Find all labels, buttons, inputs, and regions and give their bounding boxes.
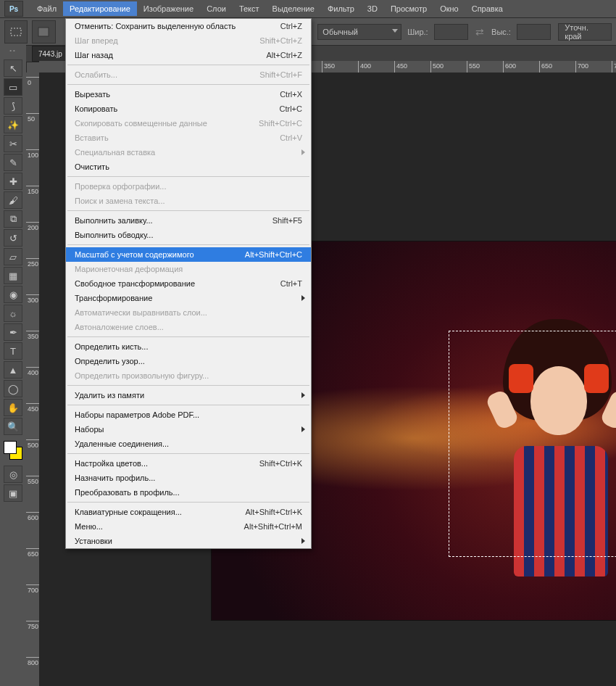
menu-3d[interactable]: 3D [361, 1, 384, 16]
tool-type[interactable]: T [4, 342, 22, 360]
menu-separator [67, 405, 309, 405]
menu-item: Ослабить...Shift+Ctrl+F [66, 67, 311, 82]
ruler-tick: 650 [539, 61, 540, 73]
tool-path-select[interactable]: ▲ [4, 361, 22, 379]
tool-screen-mode[interactable]: ▣ [4, 484, 22, 502]
tool-crop[interactable]: ✂ [4, 135, 22, 152]
menu-текст[interactable]: Текст [233, 1, 266, 16]
blend-mode-value: Обычный [322, 28, 358, 36]
menu-фильтр[interactable]: Фильтр [321, 1, 361, 16]
tool-preset[interactable] [4, 20, 28, 44]
ruler-tick: 600 [503, 61, 504, 73]
menu-item[interactable]: Наборы параметров Adobe PDF... [66, 408, 311, 422]
menu-слои[interactable]: Слои [200, 1, 233, 16]
menu-item[interactable]: Шаг назадAlt+Ctrl+Z [66, 48, 311, 62]
menu-item-label: Поиск и замена текста... [75, 197, 302, 205]
tool-healing[interactable]: ✚ [4, 173, 22, 190]
menu-item[interactable]: Очистить [66, 160, 311, 174]
menu-item[interactable]: Клавиатурные сокращения...Alt+Shift+Ctrl… [66, 505, 311, 519]
menu-просмотр[interactable]: Просмотр [384, 1, 433, 16]
grip-icon[interactable]: •• [0, 46, 26, 54]
menu-item[interactable]: Трансформирование [66, 291, 311, 305]
menu-item[interactable]: Отменить: Сохранить выделенную областьCt… [66, 19, 311, 33]
menu-separator [67, 210, 309, 211]
tool-magic-wand[interactable]: ✨ [4, 116, 22, 133]
menu-файл[interactable]: Файл [30, 1, 63, 16]
ruler-tick: 750 [26, 621, 39, 621]
ruler-tick: 300 [26, 294, 39, 295]
tool-dodge[interactable]: ☼ [4, 305, 22, 322]
tool-blur[interactable]: ◉ [4, 286, 22, 303]
menu-item-label: Выполнить заливку... [75, 216, 272, 225]
menu-item-label: Копировать [75, 104, 280, 113]
ruler-vertical[interactable]: 0501001502002503003504004505005506006507… [26, 73, 40, 686]
tool-zoom[interactable]: 🔍 [4, 418, 22, 435]
menu-item: Поиск и замена текста... [66, 194, 311, 208]
tool-pen[interactable]: ✒ [4, 323, 22, 341]
menu-item[interactable]: Меню...Alt+Shift+Ctrl+M [66, 519, 311, 534]
doc-preset[interactable] [32, 20, 55, 44]
menu-item: Шаг впередShift+Ctrl+Z [66, 33, 311, 48]
menu-item-label: Проверка орфографии... [75, 182, 302, 191]
menu-выделение[interactable]: Выделение [266, 1, 321, 16]
menu-item-shortcut: Shift+Ctrl+K [259, 459, 302, 468]
menu-separator [67, 385, 309, 386]
menu-item[interactable]: Определить узор... [66, 354, 311, 368]
swap-icon[interactable]: ⇄ [475, 26, 484, 38]
menu-справка[interactable]: Справка [465, 1, 509, 16]
menu-item-shortcut: Ctrl+T [280, 279, 302, 288]
tool-eraser[interactable]: ▱ [4, 248, 22, 265]
menu-item[interactable]: Выполнить обводку... [66, 228, 311, 242]
menu-item[interactable]: Удалить из памяти [66, 388, 311, 402]
blend-mode-select[interactable]: Обычный [317, 24, 401, 40]
selection-marquee[interactable] [449, 331, 616, 557]
tool-gradient[interactable]: ▦ [4, 267, 22, 284]
tool-move[interactable]: ↖ [4, 59, 22, 77]
menu-item[interactable]: Настройка цветов...Shift+Ctrl+K [66, 456, 311, 471]
menu-item[interactable]: Назначить профиль... [66, 471, 311, 485]
menu-окно[interactable]: Окно [433, 1, 465, 16]
tool-marquee[interactable]: ▭ [4, 78, 22, 96]
menu-item-label: Вырезать [75, 90, 280, 99]
ruler-tick: 800 [26, 657, 39, 658]
menu-item: Автоналожение слоев... [66, 320, 311, 334]
svg-rect-0 [11, 28, 21, 36]
menu-item-label: Установки [75, 537, 302, 545]
menu-item[interactable]: ВырезатьCtrl+X [66, 87, 311, 102]
ruler-tick: 400 [358, 61, 359, 73]
tool-brush[interactable]: 🖌 [4, 191, 22, 209]
tool-lasso[interactable]: ⟆ [4, 97, 22, 115]
menu-редактирование[interactable]: Редактирование [63, 1, 137, 16]
tool-history-brush[interactable]: ↺ [4, 229, 22, 247]
menu-item[interactable]: Наборы [66, 422, 311, 437]
width-input[interactable] [434, 24, 468, 40]
menu-изображение[interactable]: Изображение [137, 1, 200, 16]
ruler-tick: 650 [26, 548, 39, 549]
menu-item-shortcut: Alt+Shift+Ctrl+M [244, 522, 302, 531]
tool-quick-mask[interactable]: ◎ [4, 466, 22, 483]
ruler-tick: 550 [467, 61, 467, 73]
ruler-tick: 200 [26, 222, 39, 223]
refine-edge-button[interactable]: Уточн. край [558, 23, 612, 41]
tool-eyedropper[interactable]: ✎ [4, 154, 22, 171]
height-input[interactable] [517, 24, 551, 40]
menu-item[interactable]: Преобразовать в профиль... [66, 485, 311, 500]
ruler-tick: 150 [26, 186, 39, 186]
menu-item[interactable]: Масштаб с учетом содержимогоAlt+Shift+Ct… [66, 247, 311, 262]
menu-item[interactable]: Выполнить заливку...Shift+F5 [66, 213, 311, 228]
menu-item[interactable]: Удаленные соединения... [66, 437, 311, 451]
menu-item[interactable]: Свободное трансформированиеCtrl+T [66, 276, 311, 291]
menu-item-label: Ослабить... [75, 70, 259, 79]
menu-item[interactable]: Определить кисть... [66, 339, 311, 354]
menu-item[interactable]: Установки [66, 534, 311, 548]
menu-separator [67, 65, 309, 65]
fg-color-swatch[interactable] [4, 441, 17, 454]
ruler-tick: 250 [26, 258, 39, 259]
ruler-tick: 700 [26, 584, 39, 585]
tool-shape[interactable]: ◯ [4, 380, 22, 397]
color-swatches[interactable] [4, 441, 22, 460]
app-logo[interactable]: Ps [4, 1, 23, 17]
tool-hand[interactable]: ✋ [4, 399, 22, 416]
menu-item[interactable]: КопироватьCtrl+C [66, 102, 311, 116]
tool-stamp[interactable]: ⧉ [4, 210, 22, 228]
